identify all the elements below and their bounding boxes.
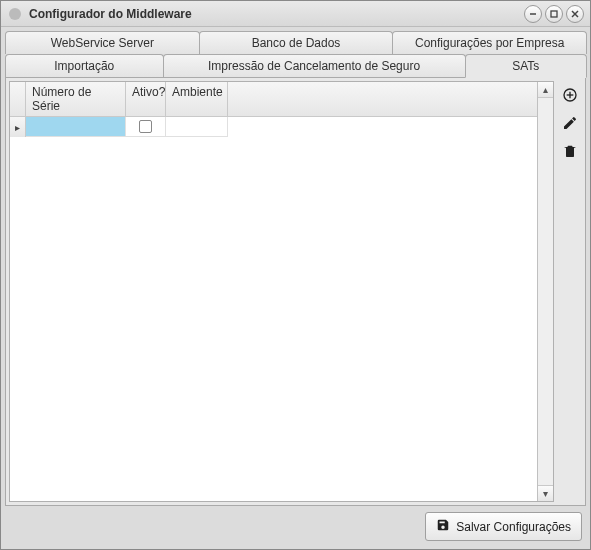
column-header-ativo[interactable]: Ativo?: [126, 82, 166, 116]
tab-sats[interactable]: SATs: [465, 54, 587, 78]
tab-row-1: WebService Server Banco de Dados Configu…: [5, 31, 586, 54]
tab-config-por-empresa[interactable]: Configurações por Empresa: [392, 31, 587, 54]
cell-ambiente[interactable]: [166, 117, 228, 137]
save-button-label: Salvar Configurações: [456, 520, 571, 534]
grid-wrapper: Número de Série Ativo? Ambiente ▸: [9, 81, 582, 502]
window-buttons: [524, 5, 584, 23]
content-area: WebService Server Banco de Dados Configu…: [1, 27, 590, 549]
save-icon: [436, 518, 450, 535]
svg-point-0: [9, 8, 21, 20]
minimize-button[interactable]: [524, 5, 542, 23]
footer: Salvar Configurações: [5, 506, 586, 545]
sats-grid: Número de Série Ativo? Ambiente ▸: [9, 81, 554, 502]
tab-panel-sats: Número de Série Ativo? Ambiente ▸: [5, 77, 586, 506]
row-indicator-icon: ▸: [10, 117, 26, 137]
scroll-up-icon[interactable]: ▴: [538, 82, 553, 98]
tab-importacao[interactable]: Importação: [5, 54, 164, 78]
close-button[interactable]: [566, 5, 584, 23]
checkbox-ativo[interactable]: [139, 120, 152, 133]
maximize-button[interactable]: [545, 5, 563, 23]
grid-corner: [10, 82, 26, 116]
grid-header: Número de Série Ativo? Ambiente: [10, 82, 553, 117]
vertical-scrollbar[interactable]: ▴ ▾: [537, 82, 553, 501]
scroll-down-icon[interactable]: ▾: [538, 485, 553, 501]
cell-ativo[interactable]: [126, 117, 166, 137]
tabs-frame: WebService Server Banco de Dados Configu…: [5, 31, 586, 506]
cell-numero-serie[interactable]: [26, 117, 126, 137]
tab-impressao-cancelamento[interactable]: Impressão de Cancelamento de Seguro: [163, 54, 466, 78]
side-toolbar: [554, 81, 582, 502]
svg-rect-2: [551, 11, 557, 17]
edit-row-button[interactable]: [559, 112, 581, 134]
titlebar: Configurador do Middleware: [1, 1, 590, 27]
tab-row-2: Importação Impressão de Cancelamento de …: [5, 54, 586, 78]
table-row[interactable]: ▸: [10, 117, 553, 137]
add-row-button[interactable]: [559, 84, 581, 106]
grid-body: ▸: [10, 117, 553, 501]
tab-banco-de-dados[interactable]: Banco de Dados: [199, 31, 394, 54]
delete-row-button[interactable]: [559, 140, 581, 162]
app-window: Configurador do Middleware WebService Se…: [0, 0, 591, 550]
scroll-track[interactable]: [538, 98, 553, 485]
save-config-button[interactable]: Salvar Configurações: [425, 512, 582, 541]
app-icon: [7, 6, 23, 22]
window-title: Configurador do Middleware: [29, 7, 524, 21]
column-header-numero-serie[interactable]: Número de Série: [26, 82, 126, 116]
tab-webservice-server[interactable]: WebService Server: [5, 31, 200, 54]
column-header-ambiente[interactable]: Ambiente: [166, 82, 228, 116]
